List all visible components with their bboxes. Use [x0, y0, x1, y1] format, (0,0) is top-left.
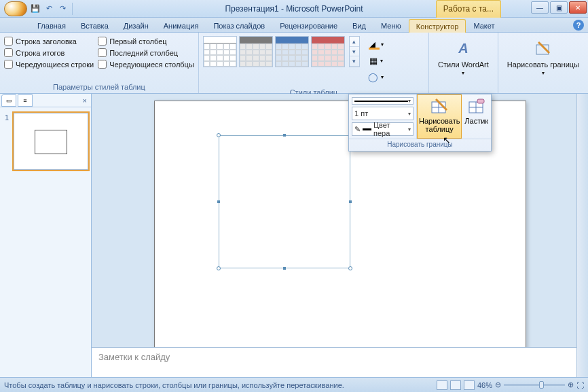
mouse-cursor: ↖ — [443, 135, 451, 145]
thumb-number: 1 — [5, 113, 9, 122]
thumbnail-tabs: ▭ ≡ × — [0, 94, 91, 107]
chk-banded-cols[interactable]: Чередующиеся столбцы — [98, 60, 194, 69]
table-placeholder[interactable] — [219, 135, 350, 268]
table-style-4[interactable] — [311, 36, 345, 67]
pencil-border-icon — [532, 37, 554, 59]
group-draw-borders: Нарисовать границы ▾ — [498, 33, 588, 93]
effects-icon: ◯ — [368, 72, 378, 82]
group-wordart: A Стили WordArt ▾ — [429, 33, 498, 93]
border-style-combo[interactable]: ▾ — [352, 97, 414, 105]
chk-first-col[interactable]: Первый столбец — [98, 37, 194, 46]
workspace: ▭ ≡ × 1 — [0, 94, 588, 377]
thumbnail-list[interactable]: 1 — [0, 107, 91, 377]
draw-borders-popup: ▾ 1 пт▾ ✎ Цвет пера▾ Нарисовать таблицу … — [348, 94, 492, 152]
sorter-view-button[interactable] — [450, 380, 461, 390]
maximize-button[interactable]: ▣ — [550, 1, 568, 14]
save-icon[interactable]: 💾 — [30, 3, 41, 14]
eraser-icon — [468, 98, 485, 115]
wordart-icon: A — [452, 37, 474, 59]
gallery-more-button[interactable]: ▴▾▾ — [349, 36, 360, 67]
quick-access-toolbar: 💾 ↶ ↷ — [0, 1, 74, 16]
tab-insert[interactable]: Вставка — [73, 18, 116, 32]
status-bar: Чтобы создать таблицу и нарисовать строк… — [0, 377, 588, 392]
contextual-tab-title: Работа с та... — [436, 0, 501, 18]
tab-review[interactable]: Рецензирование — [272, 18, 345, 32]
tab-slideshow[interactable]: Показ слайдов — [206, 18, 272, 32]
draw-borders-button[interactable]: Нарисовать границы ▾ — [502, 34, 584, 79]
zoom-level: 46% — [477, 381, 492, 389]
notes-pane[interactable]: Заметки к слайду — [92, 347, 576, 377]
chk-total-row[interactable]: Строка итогов — [4, 48, 94, 57]
table-styles-gallery[interactable] — [203, 34, 345, 67]
effects-button[interactable]: ◯▾ — [365, 69, 387, 84]
slides-tab-icon[interactable]: ▭ — [1, 94, 16, 107]
tab-animation[interactable]: Анимация — [156, 18, 206, 32]
zoom-in-button[interactable]: ⊕ — [568, 380, 574, 389]
zoom-slider[interactable] — [504, 384, 565, 386]
close-button[interactable]: ✕ — [569, 1, 587, 14]
help-icon[interactable]: ? — [573, 20, 584, 31]
table-style-3[interactable] — [275, 36, 309, 67]
eraser-button[interactable]: Ластик — [462, 94, 491, 139]
tab-menu[interactable]: Меню — [373, 18, 409, 32]
vertical-scrollbar[interactable] — [576, 94, 588, 377]
table-style-2[interactable] — [239, 36, 273, 67]
thumb-preview-shape — [35, 130, 67, 154]
ribbon-tabs: Главная Вставка Дизайн Анимация Показ сл… — [0, 18, 588, 33]
pen-color-button[interactable]: ✎ Цвет пера▾ — [352, 122, 414, 136]
chk-banded-rows[interactable]: Чередующиеся строки — [4, 60, 94, 69]
tab-view[interactable]: Вид — [345, 18, 373, 32]
tab-home[interactable]: Главная — [30, 18, 73, 32]
draw-table-icon — [430, 98, 448, 115]
svg-rect-7 — [477, 99, 484, 103]
close-pane-icon[interactable]: × — [79, 96, 91, 105]
redo-icon[interactable]: ↷ — [57, 3, 68, 14]
fit-to-window-button[interactable]: ⛶ — [576, 381, 584, 389]
wordart-styles-button[interactable]: A Стили WordArt ▾ — [433, 34, 494, 79]
undo-icon[interactable]: ↶ — [43, 3, 54, 14]
shading-button[interactable]: ◢▾ — [365, 37, 387, 52]
tab-constructor[interactable]: Конструктор — [409, 19, 466, 33]
title-bar: 💾 ↶ ↷ Презентация1 - Microsoft PowerPoin… — [0, 0, 588, 18]
draw-table-button[interactable]: Нарисовать таблицу — [417, 94, 462, 139]
slide-thumbnail-1[interactable]: 1 — [14, 113, 88, 170]
ribbon: Строка заголовка Строка итогов Чередующи… — [0, 33, 588, 94]
group-table-style-options: Строка заголовка Строка итогов Чередующи… — [0, 33, 199, 93]
borders-button[interactable]: ▦▾ — [365, 53, 387, 68]
canvas-area: Заметки к слайду — [92, 94, 588, 377]
borders-icon: ▦ — [369, 56, 378, 66]
slide-canvas[interactable] — [92, 94, 588, 347]
color-swatch — [363, 128, 371, 130]
tab-layout[interactable]: Макет — [466, 18, 502, 32]
group-label-options: Параметры стилей таблиц — [4, 82, 194, 93]
tab-design[interactable]: Дизайн — [116, 18, 156, 32]
thumbnail-pane: ▭ ≡ × 1 — [0, 94, 92, 377]
zoom-out-button[interactable]: ⊖ — [495, 380, 501, 389]
border-weight-combo[interactable]: 1 пт▾ — [352, 107, 414, 120]
minimize-button[interactable]: — — [531, 1, 549, 14]
outline-tab-icon[interactable]: ≡ — [18, 94, 33, 107]
chk-header-row[interactable]: Строка заголовка — [4, 37, 94, 46]
status-message: Чтобы создать таблицу и нарисовать строк… — [4, 381, 344, 389]
normal-view-button[interactable] — [437, 380, 447, 390]
popup-group-label: Нарисовать границы — [349, 139, 491, 151]
chk-last-col[interactable]: Последний столбец — [98, 48, 194, 57]
window-title: Презентация1 - Microsoft PowerPoint — [225, 4, 363, 14]
group-table-styles: ▴▾▾ ◢▾ ▦▾ ◯▾ Стили таблиц — [199, 33, 429, 93]
office-button[interactable] — [4, 1, 27, 16]
table-style-1[interactable] — [203, 36, 237, 67]
pen-icon: ✎ — [354, 125, 361, 134]
slideshow-view-button[interactable] — [464, 380, 475, 390]
qat-separator — [72, 3, 73, 15]
